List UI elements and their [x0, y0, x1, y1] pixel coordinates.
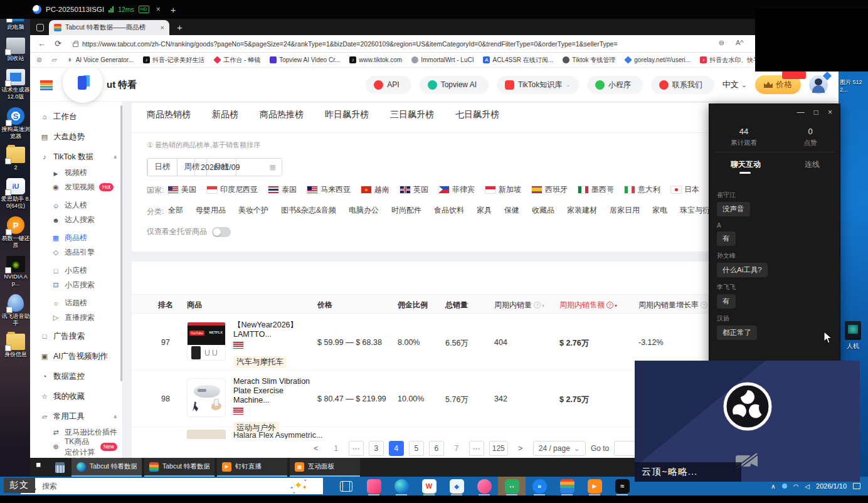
ranking-tab[interactable]: 新品榜 [212, 109, 238, 129]
taskbar-date[interactable]: 2026/1/10 [816, 482, 847, 490]
sidebar-item[interactable]: AI广告视频制作 [30, 347, 122, 365]
desktop-icon[interactable]: 2 [1, 147, 30, 171]
sidebar-item[interactable]: 小店搜索 [30, 278, 122, 292]
desktop-icon[interactable]: 搜狗高速浏览器 [1, 107, 30, 140]
tray-icon[interactable] [782, 484, 787, 489]
next-page-button[interactable]: > [513, 441, 528, 456]
read-aloud-icon[interactable]: A^ [736, 39, 744, 47]
managed-goods-toggle[interactable] [212, 227, 231, 237]
category-option[interactable]: 居家日用 [610, 205, 640, 216]
country-option[interactable]: 新加坡 [485, 183, 521, 196]
tab-search-icon[interactable] [36, 24, 44, 31]
page-number[interactable]: 7 [449, 441, 464, 456]
sidebar-item[interactable]: 广告搜索 [30, 327, 122, 345]
page-number[interactable]: 4 [389, 441, 404, 456]
bookmark-item[interactable]: www.tiktok.com [349, 56, 402, 65]
desktop-icon[interactable]: 易数一键还原 [1, 216, 30, 249]
browser-tab[interactable]: Tabcut 特看数据——商品榜 × [49, 20, 169, 35]
product-title[interactable]: Halara Flex Asymmetric... [233, 431, 322, 440]
desktop-icon[interactable]: 话术生成器 12.0版 [1, 69, 30, 100]
sidebar-item[interactable]: 直播搜索 [30, 310, 122, 325]
product-image[interactable]: YouTube NETFLX [187, 322, 226, 361]
nav-button[interactable]: TikTok知识库 ⌄ [497, 76, 579, 94]
page-number[interactable]: ··· [469, 441, 484, 456]
tab-chat-interaction[interactable]: 聊天互动 [731, 159, 761, 170]
remote-session-tab[interactable]: PC-20250113ISGI 12ms HD × [33, 5, 161, 14]
refresh-button[interactable]: ⟳ [55, 39, 61, 48]
sidebar-item[interactable]: TikTok 数据 ∧ [30, 148, 122, 166]
copilot-sparkle-icon[interactable]: ✦✦✦●● [294, 479, 302, 491]
bookmark-item[interactable]: gorelay.net/#/useri... [625, 56, 691, 65]
header-period-sales[interactable]: 周期内销量?▾ [494, 300, 544, 310]
close-tab-button[interactable]: × [161, 24, 164, 31]
maximize-button[interactable]: □ [814, 108, 818, 117]
category-option[interactable]: 食品饮料 [434, 205, 464, 216]
country-option[interactable]: 英国 [400, 183, 428, 196]
category-option[interactable]: 保健 [504, 205, 519, 216]
country-option[interactable]: 越南 [361, 183, 389, 196]
category-option[interactable]: 收藏品 [532, 205, 554, 216]
category-option[interactable]: 电脑办公 [349, 205, 379, 216]
prev-page-button[interactable]: < [309, 441, 324, 456]
taskbar-app-button[interactable] [553, 477, 581, 495]
page-number[interactable]: ··· [349, 441, 364, 456]
header-period-revenue[interactable]: 周期内销售额?▾ [559, 300, 617, 310]
taskbar-app-button[interactable]: Tabcut 特看数据... [144, 458, 214, 477]
desktop-icon[interactable]: 爱思助手 8.0(64位) [1, 178, 30, 209]
category-option[interactable]: 母婴用品 [196, 205, 226, 216]
sidebar-toggle-icon[interactable]: ⊜ [36, 56, 42, 64]
sidebar-item[interactable]: 工作台 [30, 108, 122, 125]
country-option[interactable]: 墨西哥 [578, 183, 614, 196]
country-option[interactable]: 日本 [671, 183, 699, 196]
bookmark-item[interactable]: Tiktok 专线管理 [563, 56, 615, 65]
taskbar-app-button[interactable] [360, 477, 388, 495]
page-number[interactable]: 125 [489, 441, 508, 456]
desktop-icon-renji[interactable]: 人机 [840, 321, 865, 351]
network-icon[interactable]: ◠ [793, 483, 799, 490]
sidebar-item[interactable]: 话题榜 [30, 296, 122, 310]
nav-button[interactable]: 联系我们 [651, 76, 714, 94]
sidebar-item[interactable]: 发现视频 Hot [30, 180, 122, 194]
bookmark-item[interactable]: ImmortalWrt - LuCI [411, 56, 474, 65]
close-remote-tab-button[interactable]: × [156, 5, 161, 14]
tab-connect[interactable]: 连线 [805, 159, 820, 170]
taskbar-app-button[interactable]: 钉钉直播 [217, 458, 287, 477]
user-avatar[interactable] [809, 75, 828, 94]
sidebar-item[interactable]: TK商品定价计算 New [30, 440, 122, 454]
taskbar-app-button[interactable] [388, 477, 415, 495]
sidebar-item[interactable]: 我的收藏 [30, 388, 122, 405]
sidebar-item[interactable]: 视频榜 [30, 166, 122, 180]
sidebar-item[interactable]: 选品引擎 [30, 245, 122, 260]
category-option[interactable]: 家电 [652, 205, 667, 216]
bookmark-item[interactable]: ACL4SSR 在线订阅... [483, 56, 553, 65]
category-option[interactable]: 图书&杂志&音频 [281, 205, 336, 216]
taskbar-app-button[interactable] [608, 477, 636, 495]
minimize-button[interactable]: — [797, 108, 805, 117]
taskbar-app-button[interactable] [526, 477, 553, 495]
country-option[interactable]: 美国 [168, 183, 196, 196]
page-size-select[interactable]: 24 / page [533, 441, 586, 456]
new-tab-button[interactable]: + [177, 22, 183, 33]
ranking-tab[interactable]: 商品热销榜 [147, 109, 191, 129]
page-number[interactable]: 3 [369, 441, 384, 456]
sidebar-item[interactable]: 商品榜 [30, 231, 122, 245]
desktop-icon[interactable]: 回收站 [1, 38, 30, 62]
country-option[interactable]: 意大利 [625, 183, 660, 196]
nav-button[interactable]: Topview AI [420, 76, 489, 94]
product-title[interactable]: Merach Slim Vibration Plate Exercise Mac… [233, 377, 316, 405]
nav-button[interactable]: API [366, 76, 411, 94]
zoom-out-icon[interactable]: ⊖ [719, 39, 724, 47]
desktop-icon[interactable]: NVIDIA Ap... [1, 256, 30, 287]
category-option[interactable]: 时尚配件 [391, 205, 421, 216]
page-number[interactable]: 5 [409, 441, 424, 456]
taskbar-app-button[interactable] [498, 477, 526, 495]
volume-icon[interactable]: ◁ [805, 483, 810, 490]
nav-button[interactable]: 小程序 [587, 76, 643, 94]
close-button[interactable]: × [828, 108, 832, 117]
sidebar-item[interactable]: 数据监控 [30, 368, 122, 385]
category-option[interactable]: 全部 [168, 205, 183, 216]
period-tab[interactable]: 日榜 [147, 159, 177, 176]
country-option[interactable]: 马来西亚 [307, 183, 351, 196]
desktop-icon[interactable]: 讯飞语音助手 [1, 294, 30, 327]
taskbar-app-button[interactable] [581, 477, 608, 495]
